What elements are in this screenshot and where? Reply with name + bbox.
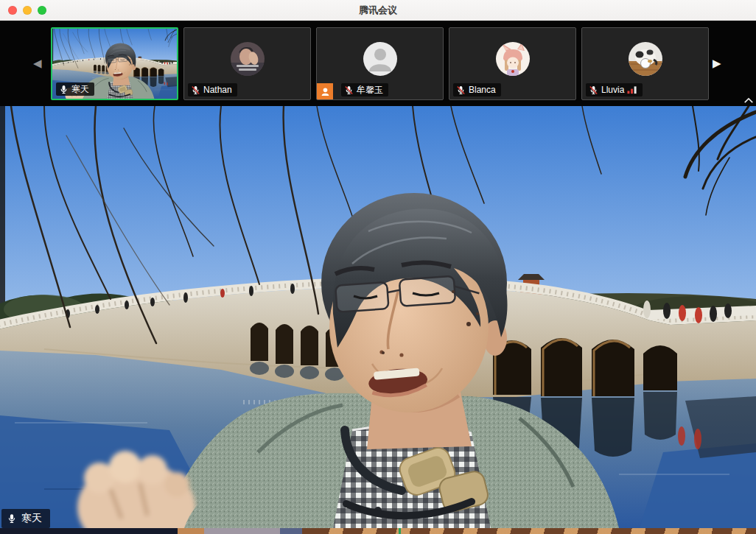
next-participants-button[interactable]: ▶ xyxy=(713,57,721,69)
avatar-lluvia xyxy=(629,42,662,76)
participant-thumbnail-muxinyu[interactable]: 牟馨玉 xyxy=(316,27,444,100)
mic-muted-icon xyxy=(191,85,200,95)
member-badge-icon xyxy=(317,83,333,99)
avatar-nathan xyxy=(231,42,265,76)
video-scene xyxy=(0,106,756,528)
participant-thumbnail-lluvia[interactable]: Lluvia xyxy=(581,27,709,100)
background-window-pattern xyxy=(310,528,756,534)
participant-thumbnail-blanca[interactable]: Blanca xyxy=(449,27,576,100)
weak-signal-icon xyxy=(627,85,637,94)
mic-muted-icon xyxy=(344,85,354,95)
participant-thumbnail-hantian[interactable]: 寒天 xyxy=(51,27,178,100)
background-window-sliver xyxy=(0,528,756,534)
window-title: 腾讯会议 xyxy=(0,4,756,17)
participant-thumbnail-nathan[interactable]: Nathan xyxy=(183,27,311,100)
zoom-window-button[interactable] xyxy=(38,6,46,15)
speaker-name-badge: 寒天 xyxy=(1,509,50,528)
close-window-button[interactable] xyxy=(8,6,17,15)
main-video-region[interactable]: 寒天 xyxy=(0,106,756,528)
chevron-up-icon xyxy=(743,97,754,104)
name-badge: 牟馨玉 xyxy=(341,83,388,96)
mic-muted-icon xyxy=(589,85,598,95)
name-badge: Nathan xyxy=(188,83,237,96)
titlebar[interactable]: 腾讯会议 xyxy=(0,0,756,21)
minimize-window-button[interactable] xyxy=(23,6,32,15)
avatar-default-silhouette xyxy=(363,42,397,76)
background-window-accent xyxy=(399,528,401,534)
mic-on-icon xyxy=(7,513,17,524)
mic-muted-icon xyxy=(456,85,466,95)
name-badge: Blanca xyxy=(453,83,501,96)
collapse-filmstrip-button[interactable] xyxy=(742,94,755,106)
name-badge: 寒天 xyxy=(56,82,94,96)
mic-on-icon xyxy=(59,85,69,94)
name-badge: Lluvia xyxy=(586,83,643,96)
prev-participants-button[interactable]: ◀ xyxy=(33,57,42,69)
avatar-blanca xyxy=(496,42,530,76)
participant-filmstrip: ◀ 寒天 xyxy=(0,21,756,106)
meeting-window: 腾讯会议 ◀ 寒天 xyxy=(0,0,756,534)
